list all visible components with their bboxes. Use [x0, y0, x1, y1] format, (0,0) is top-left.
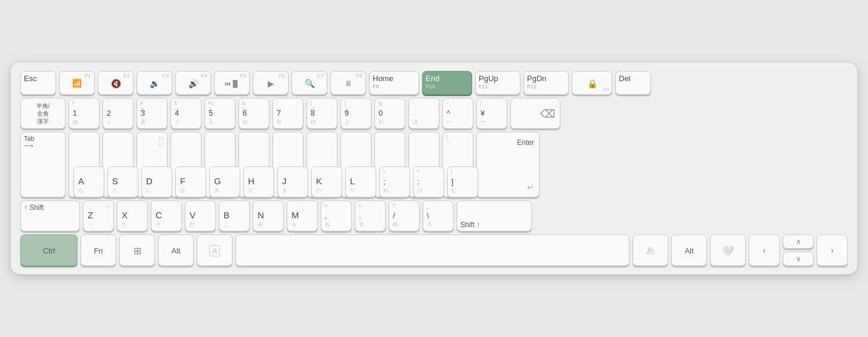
play-pause-icon: ⏮▐▌	[224, 80, 240, 87]
key-h[interactable]: H く	[243, 166, 274, 197]
key-5[interactable]: %え 5 え	[204, 98, 235, 129]
key-del[interactable]: Del	[615, 71, 651, 95]
key-n[interactable]: N み	[253, 200, 284, 231]
key-b[interactable]: B こ	[219, 200, 250, 231]
key-hankaku[interactable]: 半角/全角漢字	[20, 98, 66, 129]
zxcv-row: ↑ Shift っ Z っ X さ C そ V ひ B こ N	[20, 200, 848, 231]
key-backspace[interactable]: ⌫	[510, 98, 560, 129]
key-f4[interactable]: 🔊 F4	[175, 71, 211, 95]
key-slash[interactable]: ?・ / め	[389, 200, 420, 231]
key-s[interactable]: S と	[107, 166, 138, 197]
key-ctrl[interactable]: Ctrl	[20, 234, 78, 266]
key-pgup[interactable]: PgUp F11	[475, 71, 520, 95]
mute-icon: 🔇	[111, 79, 121, 88]
lock-icon: 🔒	[587, 79, 597, 88]
key-arrow-left[interactable]: ‹	[749, 234, 780, 266]
key-arrow-up[interactable]: ∧	[783, 234, 814, 249]
key-period[interactable]: >。 . る	[355, 200, 386, 231]
key-alt-left[interactable]: Alt	[158, 234, 194, 266]
vol-down-icon: 🔉	[150, 79, 160, 88]
key-f8[interactable]: 🖥 F8	[330, 71, 366, 95]
bluetooth-icon: 📶	[72, 79, 82, 88]
key-z[interactable]: っ Z っ	[83, 200, 114, 231]
key-fn[interactable]: Fn	[80, 234, 116, 266]
monitor-icon: 🖥	[345, 79, 352, 88]
key-bracket-close[interactable]: }」 ] む	[447, 166, 478, 197]
key-m[interactable]: M も	[287, 200, 318, 231]
key-3[interactable]: #あ 3 あ	[137, 98, 168, 129]
key-win[interactable]: ⊞	[119, 234, 155, 266]
function-row: Esc 📶 F1 🔇 F2 🔉 F3 🔊 F4	[20, 71, 848, 95]
key-8[interactable]: (ゆ 8 ゆ	[306, 98, 337, 129]
keyboard: Esc 📶 F1 🔇 F2 🔉 F3 🔊 F4	[11, 63, 857, 274]
asdf-row: A ち S と D し F は G き H く J ま	[20, 166, 848, 197]
key-pgdn[interactable]: PgDn F12	[523, 71, 569, 95]
number-row: 半角/全角漢字 ! 1 ぬ " 2 ふ #あ 3 あ $う 4 う	[20, 98, 848, 129]
key-minus[interactable]: - ほ	[408, 98, 439, 129]
key-caret[interactable]: ~ ^ へ	[442, 98, 473, 129]
key-home[interactable]: Home F9	[369, 71, 419, 95]
key-lock[interactable]: 🔒 Ins	[572, 71, 612, 95]
windows-icon: ⊞	[134, 245, 141, 256]
key-ime-kana[interactable]: あ	[633, 234, 668, 266]
key-arrow-right[interactable]: ›	[817, 234, 848, 266]
key-d[interactable]: D し	[141, 166, 172, 197]
key-f7[interactable]: 🔍 F7	[292, 71, 327, 95]
key-shift-left[interactable]: ↑ Shift	[20, 200, 80, 231]
key-0[interactable]: を 0 わ	[374, 98, 405, 129]
key-ime-a[interactable]: A	[197, 234, 232, 266]
key-a[interactable]: A ち	[73, 166, 104, 197]
key-emoji[interactable]: 🤍	[710, 234, 746, 266]
key-c[interactable]: C そ	[151, 200, 182, 231]
key-v[interactable]: V ひ	[185, 200, 216, 231]
key-4[interactable]: $う 4 う	[170, 98, 202, 129]
key-g[interactable]: G き	[209, 166, 240, 197]
key-semicolon[interactable]: + ; れ	[379, 166, 410, 197]
key-f5[interactable]: ⏮▐▌ F5	[214, 71, 250, 95]
key-2[interactable]: " 2 ふ	[103, 98, 134, 129]
key-backslash[interactable]: _ \ ろ	[423, 200, 454, 231]
key-comma[interactable]: <、 , ね	[321, 200, 352, 231]
key-alt-right[interactable]: Alt	[671, 234, 707, 266]
vol-up-icon: 🔊	[188, 79, 199, 88]
key-shift-right[interactable]: Shift ↑	[457, 200, 532, 231]
key-f[interactable]: F は	[175, 166, 206, 197]
key-f1[interactable]: 📶 F1	[59, 71, 95, 95]
key-f3[interactable]: 🔉 F3	[137, 71, 172, 95]
key-end[interactable]: End F10	[422, 71, 472, 95]
key-yen[interactable]: | ¥ ー	[476, 98, 507, 129]
key-6[interactable]: &お 6 お	[238, 98, 269, 129]
key-enter[interactable]: Enter ↵	[476, 132, 540, 197]
key-l[interactable]: L り	[345, 166, 376, 197]
play-icon: ▶	[268, 79, 274, 88]
key-colon[interactable]: * : け	[413, 166, 444, 197]
backspace-icon: ⌫	[540, 107, 555, 120]
arrow-up-down: ∧ ∨	[783, 234, 814, 266]
key-f2[interactable]: 🔇 F2	[98, 71, 134, 95]
key-j[interactable]: J ま	[277, 166, 308, 197]
key-space[interactable]	[235, 234, 630, 266]
key-7[interactable]: 'や 7 や	[272, 98, 303, 129]
key-tab[interactable]: Tab ⟶	[20, 132, 66, 197]
key-x[interactable]: X さ	[117, 200, 148, 231]
key-9[interactable]: )よ 9 よ	[340, 98, 371, 129]
search-icon: 🔍	[305, 79, 315, 88]
key-f6[interactable]: ▶ F6	[253, 71, 289, 95]
bottom-row: Ctrl Fn ⊞ Alt A あ Alt 🤍	[20, 234, 848, 266]
key-1[interactable]: ! 1 ぬ	[69, 98, 100, 129]
key-k[interactable]: K の	[311, 166, 342, 197]
key-esc[interactable]: Esc	[20, 71, 56, 95]
heart-icon: 🤍	[722, 245, 734, 256]
key-arrow-down[interactable]: ∨	[783, 252, 814, 266]
